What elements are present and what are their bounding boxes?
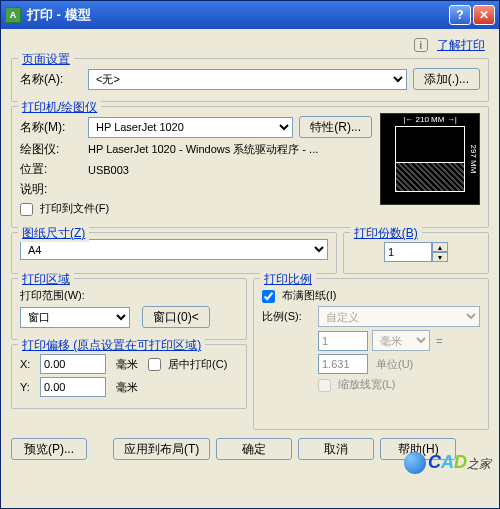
scale-lw-label: 缩放线宽(L) [318, 377, 396, 392]
print-to-file-label[interactable]: 打印到文件(F) [20, 201, 109, 216]
print-area-legend: 打印区域 [18, 271, 74, 288]
print-to-file-checkbox[interactable] [20, 203, 33, 216]
scale-legend: 打印比例 [260, 271, 316, 288]
offset-y-label: Y: [20, 381, 40, 393]
offset-legend: 打印偏移 (原点设置在可打印区域) [18, 337, 205, 354]
plotter-value: HP LaserJet 1020 - Windows 系统驱动程序 - ... [88, 142, 318, 157]
scale-lw-checkbox [318, 379, 331, 392]
add-page-setup-button[interactable]: 添加(.)... [413, 68, 480, 90]
preview-width-label: |← 210 MM →| [381, 115, 479, 124]
cancel-button[interactable]: 取消 [298, 438, 374, 460]
scale-ratio-label: 比例(S): [262, 309, 318, 324]
print-range-select[interactable]: 窗口 [20, 307, 130, 328]
app-icon: A [5, 7, 21, 23]
page-name-select[interactable]: <无> [88, 69, 407, 90]
offset-x-label: X: [20, 358, 40, 370]
offset-x-unit: 毫米 [116, 357, 138, 372]
info-icon: i [414, 38, 428, 52]
offset-y-unit: 毫米 [116, 380, 138, 395]
print-range-label: 打印范围(W): [20, 288, 85, 303]
help-button-bottom[interactable]: 帮助(H) [380, 438, 456, 460]
fit-to-paper-checkbox[interactable] [262, 290, 275, 303]
learn-print-link[interactable]: 了解打印 [437, 38, 485, 52]
print-area-group: 打印区域 打印范围(W): 窗口 窗口(0)< [11, 278, 247, 340]
copies-input[interactable] [384, 242, 432, 262]
copies-up-button[interactable]: ▲ [432, 242, 448, 252]
printer-legend: 打印机/绘图仪 [18, 99, 101, 116]
page-setup-group: 页面设置 名称(A): <无> 添加(.)... [11, 58, 489, 102]
desc-label: 说明: [20, 181, 88, 198]
where-label: 位置: [20, 161, 88, 178]
printer-name-select[interactable]: HP LaserJet 1020 [88, 117, 293, 138]
copies-legend: 打印份数(B) [350, 225, 422, 242]
titlebar: A 打印 - 模型 ? ✕ [1, 1, 499, 29]
copies-down-button[interactable]: ▼ [432, 252, 448, 262]
copies-spinner[interactable]: ▲ ▼ [384, 242, 448, 262]
printer-name-label: 名称(M): [20, 119, 88, 136]
dialog-buttons: 预览(P)... 应用到布局(T) 确定 取消 帮助(H) [11, 434, 489, 460]
paper-preview: |← 210 MM →| 297 MM [380, 113, 480, 205]
preview-button[interactable]: 预览(P)... [11, 438, 87, 460]
window-title: 打印 - 模型 [27, 6, 447, 24]
copies-group: 打印份数(B) ▲ ▼ [343, 232, 489, 274]
page-name-label: 名称(A): [20, 71, 88, 88]
paper-size-select[interactable]: A4 [20, 239, 328, 260]
offset-group: 打印偏移 (原点设置在可打印区域) X: 毫米 居中打印(C) Y: 毫米 [11, 344, 247, 409]
dialog-content: i 了解打印 页面设置 名称(A): <无> 添加(.)... 打印机/绘图仪 … [1, 29, 499, 468]
paper-size-group: 图纸尺寸(Z) A4 [11, 232, 337, 274]
center-print-checkbox[interactable] [148, 358, 161, 371]
scale-ratio-select: 自定义 [318, 306, 480, 327]
offset-x-input[interactable] [40, 354, 106, 374]
close-button[interactable]: ✕ [473, 5, 495, 25]
help-button[interactable]: ? [449, 5, 471, 25]
scale-den-input [318, 354, 368, 374]
plotter-label: 绘图仪: [20, 141, 88, 158]
scale-den-unit: 单位(U) [376, 357, 413, 372]
where-value: USB003 [88, 164, 129, 176]
scale-num-input [318, 331, 368, 351]
window-pick-button[interactable]: 窗口(0)< [142, 306, 210, 328]
center-print-label[interactable]: 居中打印(C) [148, 357, 227, 372]
printer-properties-button[interactable]: 特性(R)... [299, 116, 372, 138]
offset-y-input[interactable] [40, 377, 106, 397]
apply-layout-button[interactable]: 应用到布局(T) [113, 438, 210, 460]
printer-group: 打印机/绘图仪 名称(M): HP LaserJet 1020 特性(R)...… [11, 106, 489, 228]
scale-num-unit-select: 毫米 [372, 330, 430, 351]
scale-eq: = [436, 335, 442, 347]
preview-height-label: 297 MM [469, 145, 478, 174]
page-setup-legend: 页面设置 [18, 51, 74, 68]
scale-group: 打印比例 布满图纸(I) 比例(S): 自定义 毫米 [253, 278, 489, 430]
fit-to-paper-label[interactable]: 布满图纸(I) [262, 288, 336, 303]
help-row: i 了解打印 [11, 35, 489, 58]
ok-button[interactable]: 确定 [216, 438, 292, 460]
paper-size-legend: 图纸尺寸(Z) [18, 225, 89, 242]
print-dialog: A 打印 - 模型 ? ✕ i 了解打印 页面设置 名称(A): <无> 添加(… [0, 0, 500, 509]
